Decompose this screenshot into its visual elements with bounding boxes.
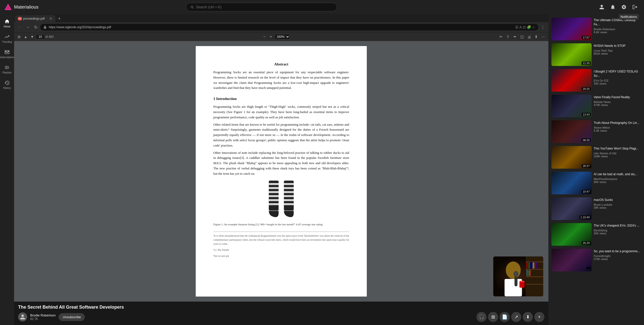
search-icon <box>190 5 194 9</box>
address-icons: ☰ A ⊡ 🧩 ☆ <box>515 25 535 29</box>
rec-title: Valve Finally Faced Reality <box>594 95 641 99</box>
browser-tab-pdf[interactable]: PDF proceedings.pdf ✕ <box>15 15 55 22</box>
rec-channel: Bryan Lunduke <box>594 203 641 206</box>
notifications-icon <box>610 4 616 10</box>
new-tab-button[interactable]: + <box>56 15 63 22</box>
rec-views: 20K views <box>594 232 641 235</box>
rec-item[interactable]: 1:10:40 macOS Sucks Bryan Lunduke 39K vi… <box>550 196 642 222</box>
rec-channel: MindYourDecisions <box>594 177 641 180</box>
sidebar-item-playlists[interactable]: Playlists <box>1 62 14 77</box>
svg-rect-5 <box>269 191 279 193</box>
notifications-tooltip: Notifications <box>619 14 639 20</box>
rec-info: The UK's cheapest EVs: 2024's ... Electr… <box>594 223 641 246</box>
more-options-button[interactable]: ⋮ <box>539 24 546 31</box>
transcript-button[interactable]: 📄 <box>500 312 510 322</box>
rec-item[interactable]: 10:47 AI can be bad at math, and stu... … <box>550 170 642 196</box>
rec-views: 90K views <box>594 180 641 184</box>
socks-illustration <box>266 180 296 221</box>
sidebar-item-trending[interactable]: Trending <box>1 31 14 46</box>
picture-in-picture-icon[interactable]: ⊡ <box>523 25 526 29</box>
app-name: Materialious <box>14 5 38 10</box>
account-icon <box>599 4 605 10</box>
rec-info: So, you want to be a programme... Forres… <box>594 249 641 271</box>
svg-rect-24 <box>530 262 532 269</box>
svg-rect-4 <box>269 187 279 189</box>
rec-views: 891K views <box>594 52 641 55</box>
refresh-button[interactable]: ↻ <box>32 24 39 31</box>
tab-title: proceedings.pdf <box>23 17 45 20</box>
theatre-mode-button[interactable]: ⊞ <box>488 312 498 322</box>
mini-player[interactable] <box>493 256 543 297</box>
pdf-download-btn[interactable]: ⬇ <box>533 33 539 40</box>
share-button[interactable]: ↗ <box>511 312 521 322</box>
top-nav: Materialious <box>0 0 644 14</box>
footnote-2: ²i.e. My friends <box>213 248 349 252</box>
rec-item[interactable]: ... So, you want to be a programme... Fo… <box>550 247 642 273</box>
pdf-more-btn[interactable]: ⋯ <box>540 33 546 40</box>
extension-icon[interactable]: 🧩 <box>527 25 531 29</box>
svg-rect-6 <box>269 195 279 197</box>
pdf-select-btn[interactable]: ◫ <box>519 33 525 40</box>
pdf-prev-page-btn[interactable]: ▲ <box>23 34 29 40</box>
rec-item[interactable]: 17:07 The Ultimate COSMIC Desktop Fe... … <box>550 16 642 42</box>
rec-channel: Bellular News <box>594 100 641 103</box>
pdf-next-page-btn[interactable]: ▼ <box>29 34 35 40</box>
sidebar-item-home[interactable]: Home <box>1 16 14 30</box>
rec-item[interactable]: 26:29 The UK's cheapest EVs: 2024's ... … <box>550 222 642 247</box>
rec-item[interactable]: 20:25 I Bought 2 VERY USED TESLAS So... … <box>550 67 642 93</box>
intro-p2: Other related items that are known to be… <box>213 122 349 148</box>
search-input-wrap[interactable] <box>186 3 337 11</box>
reader-icon[interactable]: ☰ <box>515 25 518 29</box>
account-button[interactable] <box>597 2 607 12</box>
mini-player-person-svg <box>493 257 543 296</box>
rec-item[interactable]: 13:43 Valve Finally Faced Reality Bellul… <box>550 93 642 119</box>
search-input[interactable] <box>196 5 333 9</box>
sidebar-label-playlists: Playlists <box>3 71 12 74</box>
sidebar-item-history[interactable]: History <box>1 78 14 92</box>
sidebar-item-subscriptions[interactable]: Subscriptions <box>1 47 14 61</box>
pdf-zoom-select[interactable]: 160% 100% 150% 200% <box>274 34 290 40</box>
section1-title: 1 Introduction <box>213 96 349 102</box>
pdf-page-input[interactable] <box>36 34 45 39</box>
rec-thumbnail: 17:07 <box>551 18 592 40</box>
pdf-annotate-btn[interactable]: ✏ <box>498 33 504 40</box>
tab-close-button[interactable]: ✕ <box>49 17 52 21</box>
rec-duration: 11:35 <box>582 61 591 65</box>
address-bar[interactable]: https://www.sigbovik.org/2024/proceeding… <box>40 24 538 30</box>
pdf-zoom-out-btn[interactable]: − <box>261 34 267 40</box>
audio-button[interactable]: 🎧 <box>476 312 487 322</box>
pdf-text-btn[interactable]: T <box>505 33 511 40</box>
rec-item[interactable]: 28:37 This YouTuber Won't Stop Plagi... … <box>550 145 642 170</box>
logout-button[interactable] <box>630 2 640 12</box>
bookmark-icon[interactable]: ☆ <box>532 25 535 29</box>
pdf-zoom-in-btn[interactable]: + <box>268 34 274 40</box>
settings-button[interactable] <box>619 2 629 12</box>
rec-duration: 10:47 <box>582 190 591 193</box>
rec-channel: Brodie Robertson <box>594 28 641 31</box>
svg-rect-8 <box>269 203 279 205</box>
rec-info: AI can be bad at math, and stu... MindYo… <box>594 172 641 194</box>
rec-views: 39K views <box>594 206 641 209</box>
svg-rect-33 <box>519 281 525 288</box>
trending-icon <box>4 34 10 40</box>
rec-item[interactable]: 11:35 NVIDIA Needs to STOP Linus Tech Ti… <box>550 42 642 67</box>
download-button[interactable]: ⬇ <box>523 312 533 322</box>
unsubscribe-button[interactable]: Unsubscribe <box>59 313 85 321</box>
add-to-playlist-button[interactable]: + <box>534 312 544 322</box>
lock-icon <box>43 25 47 29</box>
back-button[interactable]: ← <box>16 24 23 31</box>
pdf-footnotes: ¹It is often misunderstood that the wide… <box>213 232 349 258</box>
pdf-expand-btn[interactable]: ⊞ <box>16 34 22 40</box>
notifications-button[interactable] <box>608 2 618 12</box>
svg-rect-13 <box>284 195 294 197</box>
pdf-viewer[interactable]: Abstract Programming Socks are an essent… <box>14 41 548 302</box>
channel-name: Brodie Robertson <box>30 313 56 317</box>
svg-rect-27 <box>526 270 529 276</box>
rec-item[interactable]: 08:35 Truth About Photography On Lin... … <box>550 119 642 145</box>
forward-button[interactable]: → <box>24 24 31 31</box>
pdf-print-btn[interactable]: 🖨 <box>526 33 532 40</box>
translate-icon[interactable]: A <box>519 25 522 29</box>
rec-channel: EVs On ICE <box>594 79 641 82</box>
pdf-draw-btn[interactable]: ✒ <box>512 33 518 40</box>
home-icon <box>4 19 10 24</box>
